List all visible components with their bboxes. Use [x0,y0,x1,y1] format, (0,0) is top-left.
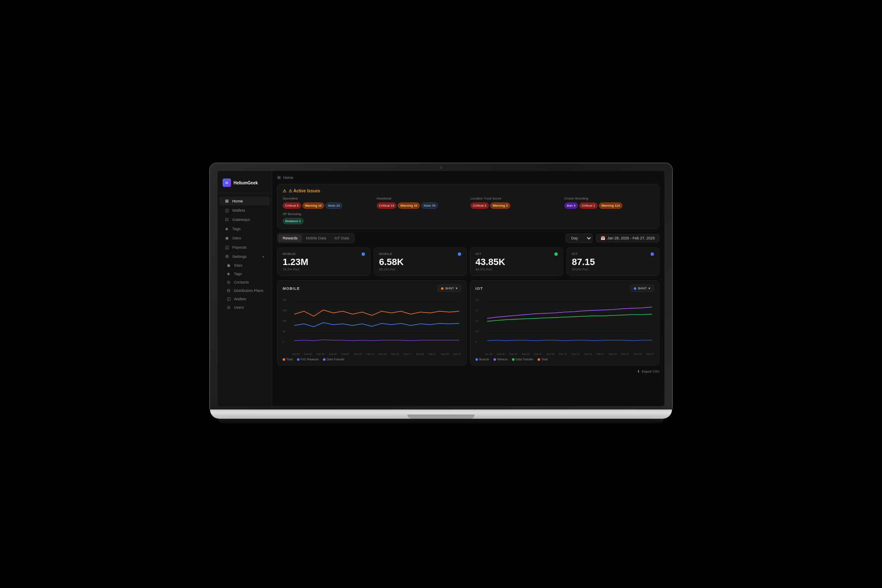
sidebar-label-users: Users [234,305,244,310]
sidebar-label-settings-wallets: Wallets [234,297,246,301]
legend-label-total: Total [286,358,293,361]
stat-sub-iot-1: 99.5% PoC [475,268,558,271]
sidebar: H HeliumGeek ⊞ Home ◫ Wallets ⊡ Gateways [218,171,272,406]
stat-label-mobile-2: MOBILE [379,252,392,256]
svg-text:0.9: 0.9 [475,330,479,333]
stat-dot-mobile-2 [458,252,461,256]
legend-poc-mobile: PoC Rewards [297,358,319,361]
mobile-currency-label: $HNT [445,286,454,290]
home-icon: ⊞ [224,199,229,203]
iot-chart-wrapper: 3.6 2.7 1.8 0.9 0 [475,295,654,352]
tab-rewards[interactable]: Rewards [278,234,302,242]
sidebar-item-settings[interactable]: ⚙ Settings ▲ [219,252,270,261]
sidebar-item-home[interactable]: ⊞ Home [219,197,270,205]
sidebar-label-distribution-plans: Distribution Plans [234,289,263,293]
breadcrumb-label: Home [283,176,293,180]
heartbeat-stale-badge[interactable]: Stale 39 [421,202,438,209]
sidebar-item-distribution-plans[interactable]: ⊟ Distribution Plans [223,286,270,294]
svg-text:0: 0 [283,341,284,343]
tab-controls: Day Week Month 📅 Jan 28, 2025 - Feb 27, … [566,234,659,243]
oracle-boosting-title: Oracle Boosting [564,197,654,200]
sidebar-item-users[interactable]: ◎ Users [223,303,270,311]
sidebar-item-wallets[interactable]: ◫ Wallets [219,206,270,215]
heartbeat-critical-badge[interactable]: Critical 14 [377,202,397,209]
sidebar-item-tags[interactable]: ◈ Tags [219,224,270,233]
export-csv-button[interactable]: ⬇ Export CSV [637,370,659,373]
legend-label-iot-data-transfer: Data Transfer [516,358,533,361]
sub-dist-icon: ⊟ [226,288,231,293]
tabs-row: Rewards Mobile Data IoT Data Day Week Mo… [277,233,659,243]
stat-label-mobile-1: MOBILE [283,252,296,256]
sidebar-item-settings-sites[interactable]: ◉ Sites [223,261,270,269]
location-trust-badges: Critical 2 Warning 3 [470,202,560,209]
legend-data-transfer-iot: Data Transfer [512,358,533,361]
mobile-chart-wrapper: 260 195 130 65 0 [283,295,461,352]
oracle-boosting-category: Oracle Boosting Ban 4 Critical 1 Warning… [564,197,654,209]
tab-mobile-data[interactable]: Mobile Data [302,234,331,242]
wallets-icon: ◫ [224,208,229,213]
location-critical-badge[interactable]: Critical 2 [470,202,489,209]
heartbeat-badges: Critical 14 Warning 10 Stale 39 [377,202,467,209]
oracle-ban-badge[interactable]: Ban 4 [564,202,578,209]
speedtest-critical-badge[interactable]: Critical 5 [283,202,301,209]
speedtest-warning-badge[interactable]: Warning 10 [302,202,324,209]
sidebar-item-payouts[interactable]: ◫ Payouts [219,243,270,252]
legend-dot-poc [297,358,299,361]
period-select[interactable]: Day Week Month [566,234,593,243]
iot-currency-dot [634,287,636,290]
heartbeat-warning-badge[interactable]: Warning 10 [398,202,420,209]
sites-icon: ◉ [224,236,229,240]
legend-beacon-iot: Beacon [475,358,489,361]
heartbeat-title: Heartbeat [377,197,467,200]
logo: H HeliumGeek [218,176,272,193]
legend-dot-iot-data-transfer [512,358,514,361]
oracle-warning-badge[interactable]: Warning 114 [599,202,622,209]
sidebar-item-settings-tags[interactable]: ◈ Tags [223,270,270,278]
legend-total-iot: Total [538,358,548,361]
active-issues-section: ⚠ ⚠ Active Issues Speedtest Critical 5 W… [277,184,659,229]
warning-triangle-icon: ⚠ [283,189,286,193]
tab-iot-data[interactable]: IoT Data [331,234,353,242]
sidebar-item-settings-wallets[interactable]: ◫ Wallets [223,295,270,303]
issues-grid: Speedtest Critical 5 Warning 10 Stale 20… [283,197,654,209]
mobile-currency-select[interactable]: $HNT ▾ [437,285,461,292]
tags-icon: ◈ [224,226,229,231]
sub-sites-icon: ◉ [226,263,231,268]
sub-contacts-icon: ◎ [226,280,231,284]
sidebar-label-settings: Settings [232,254,247,259]
stat-sub-mobile-1: 78.3% PoC [283,268,365,271]
active-issues-title: ⚠ ⚠ Active Issues [283,189,654,193]
payouts-icon: ◫ [224,245,229,249]
sp-boosting-section: SP Boosting Distance 1 [283,212,654,224]
sidebar-label-tags: Tags [232,226,241,231]
breadcrumb: ⊞ Home [277,175,659,180]
stat-value-iot-2: 87.15 [572,257,654,267]
export-row: ⬇ Export CSV [277,370,659,373]
sidebar-label-payouts: Payouts [232,245,247,249]
sidebar-item-gateways[interactable]: ⊡ Gateways [219,215,270,224]
settings-submenu: ◉ Sites ◈ Tags ◎ Contacts ⊟ [218,261,272,311]
sp-boosting-badges: Distance 1 [283,218,654,224]
sidebar-label-sites: Sites [232,236,241,240]
sidebar-item-sites[interactable]: ◉ Sites [219,234,270,242]
sp-boosting-distance-badge[interactable]: Distance 1 [283,218,304,224]
legend-dot-total [283,358,285,361]
sidebar-label-settings-tags: Tags [234,272,242,276]
logo-text: HeliumGeek [234,181,258,185]
mobile-chart-title: MOBILE [283,286,300,291]
location-warning-badge[interactable]: Warning 3 [490,202,510,209]
date-range-picker[interactable]: 📅 Jan 28, 2025 - Feb 27, 2025 [596,234,659,242]
svg-text:2.7: 2.7 [475,309,479,312]
legend-label-witness: Witness [497,358,508,361]
sidebar-item-settings-contacts[interactable]: ◎ Contacts [223,278,270,286]
stat-type-iot-2: IOT [572,252,654,256]
speedtest-stale-badge[interactable]: Stale 20 [326,202,342,209]
stat-value-mobile-2: 6.58K [379,257,462,267]
oracle-critical-badge[interactable]: Critical 1 [579,202,598,209]
svg-text:195: 195 [283,309,286,312]
speedtest-title: Speedtest [283,197,373,200]
iot-currency-select[interactable]: $HNT ▾ [630,285,654,292]
mobile-x-axis: Jan 30Feb 01Feb 03Feb 05 Feb 07Feb 09Feb… [283,353,461,355]
mobile-chart-legend: Total PoC Rewards Data Transfer [283,358,461,361]
sidebar-label-home: Home [232,199,243,203]
